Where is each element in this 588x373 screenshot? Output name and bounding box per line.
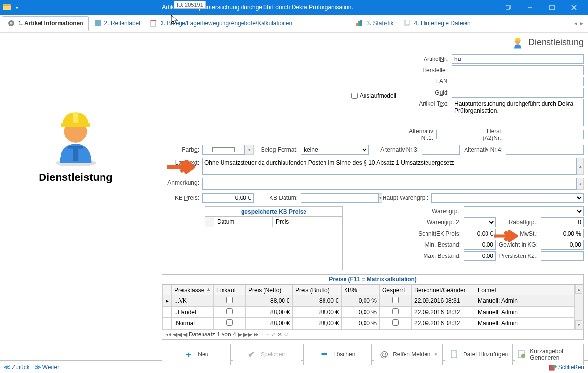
title-bar: ▾ Artikel hu Hauptuntersuchung durchgefü…	[0, 0, 588, 15]
loeschen-button[interactable]: ━Löschen	[303, 344, 372, 365]
alt1-label: Alternativ Nr.1:	[403, 128, 436, 141]
svg-rect-24	[61, 123, 90, 127]
schnittek-label: SchnittEK Preis:	[345, 230, 464, 237]
tab-files[interactable]: 4. Hinterlegte Dateien	[399, 17, 476, 30]
article-image-box[interactable]: Dienstleistung	[0, 33, 151, 254]
svg-rect-11	[96, 21, 98, 22]
herstA2-field[interactable]	[506, 130, 584, 139]
hauptwg-combo[interactable]	[431, 193, 584, 203]
kurzangebot-button[interactable]: Kurzangebot Generieren	[515, 344, 584, 365]
artikelnr-field[interactable]	[452, 54, 584, 64]
kb-col-preis[interactable]: Preis	[273, 217, 342, 227]
ean-field[interactable]	[452, 77, 584, 86]
alt1-field[interactable]	[436, 130, 474, 139]
annotation-arrow-left	[166, 159, 195, 175]
svg-point-9	[10, 22, 13, 25]
table-row[interactable]: .Normal88,00 €88,00 €0,00 %22.09.2016 08…	[163, 318, 575, 329]
svg-rect-14	[151, 20, 156, 21]
artikelnr-label: ArtikelNr.:	[403, 56, 452, 62]
anmerkung-scroll[interactable]: ▴	[577, 178, 584, 190]
auslaufmodell-checkbox[interactable]	[351, 93, 358, 99]
belegformat-label: Beleg Format:	[254, 146, 301, 153]
kbdatum-label: KB Datum:	[254, 195, 301, 201]
rabattgrp-label: Rabattgrp.:	[496, 219, 541, 226]
col-formel[interactable]: Formel	[475, 285, 575, 295]
kbpreis-field[interactable]	[202, 193, 254, 203]
col-berechnet[interactable]: Berechnet/Geändert	[412, 285, 475, 295]
svg-rect-28	[451, 351, 457, 358]
mwst-field[interactable]	[541, 229, 584, 238]
wg-combo[interactable]	[464, 206, 584, 216]
double-chevron-left-icon: ≪	[4, 364, 10, 371]
gewicht-field[interactable]	[541, 240, 584, 250]
tab-tyre-label[interactable]: 2. Reifenlabel	[89, 17, 145, 30]
wg2-combo[interactable]	[464, 217, 496, 227]
svg-rect-3	[506, 6, 509, 10]
gear-icon	[7, 20, 15, 27]
restore-down-aux-button[interactable]	[497, 0, 519, 15]
farbe-dropdown-icon[interactable]: ▾	[245, 145, 254, 155]
chevron-right-icon: ▸	[580, 20, 583, 27]
grid-scroll-up[interactable]: ▴	[575, 285, 582, 294]
maximize-button[interactable]	[541, 0, 563, 15]
hersteller-label: Hersteller:	[403, 67, 452, 74]
minus-icon: ━	[320, 350, 329, 359]
tab-documents[interactable]: 3. Belege/Lagerbewegung/Angebote/Kalkula…	[145, 17, 297, 30]
guid-label: Guid:	[403, 89, 452, 96]
alt4-field[interactable]	[506, 145, 584, 155]
chevron-left-icon: ◂	[574, 20, 577, 27]
col-einkauf[interactable]: Einkauf	[214, 285, 246, 295]
minbest-field[interactable]	[464, 240, 496, 250]
anmerkung-field[interactable]	[202, 178, 577, 190]
belegformat-combo[interactable]: keine	[301, 145, 369, 155]
ean-label: EAN:	[403, 78, 452, 85]
prices-grid[interactable]: Preisklasse ▲ Einkauf Preis (Netto) Prei…	[162, 285, 575, 329]
maxbest-field[interactable]	[464, 251, 496, 261]
kbdatum-field[interactable]	[301, 193, 379, 203]
svg-rect-12	[96, 23, 98, 24]
farbe-swatch[interactable]	[202, 145, 245, 155]
artikeltext-field[interactable]: Hauptuntersuchung durchgeführt durch Dek…	[452, 99, 584, 126]
double-chevron-right-icon: ≫	[35, 364, 41, 371]
annotation-arrow-right	[493, 229, 518, 243]
col-kb[interactable]: KB%	[342, 285, 380, 295]
tab-stats[interactable]: 3. Statistik	[351, 17, 398, 30]
prices-box: Preise (F11 = Matrixkalkulation) Preiskl…	[162, 274, 584, 340]
forward-button[interactable]: ≫Weiter	[35, 364, 59, 371]
svg-rect-5	[550, 5, 554, 10]
table-row[interactable]: ▸...VK88,00 €88,00 €0,00 %22.09.2016 08:…	[163, 295, 575, 307]
speichern-button[interactable]: ✔Speichern	[233, 344, 302, 365]
table-row[interactable]: ..Handel88,00 €88,00 €0,00 %22.09.2016 0…	[163, 307, 575, 318]
grid-scroll-down[interactable]: ▾	[575, 320, 582, 329]
artikeltext-label: Artikel Text:	[403, 99, 452, 107]
kb-col-datum[interactable]: Datum	[214, 217, 273, 227]
neu-button[interactable]: ＋Neu	[162, 344, 231, 365]
datei-hinzufuegen-button[interactable]: Datei Hinzufügen	[445, 344, 513, 365]
tab-article-info[interactable]: 1. Artikel Informationen	[2, 16, 89, 31]
langtext-scroll[interactable]: ▴	[577, 158, 584, 175]
reifen-melden-button[interactable]: @Reifen Melden▾	[374, 344, 443, 365]
col-preis-brutto[interactable]: Preis (Brutto)	[293, 285, 342, 295]
grid-navigator[interactable]: ⏮◀◀◀ Datensatz 1 von 4 ▶▶▶⏭ +−✓✕⟲	[162, 329, 583, 339]
back-button[interactable]: ≪Zurück	[4, 364, 30, 371]
plus-icon: ＋	[184, 350, 194, 359]
col-gesperrt[interactable]: Gesperrt	[380, 285, 412, 295]
minimize-button[interactable]	[519, 0, 541, 15]
file-icon	[449, 350, 459, 359]
worker-icon	[44, 103, 107, 166]
alt3-label: Alternativ Nr.3:	[369, 146, 422, 153]
hersteller-field[interactable]	[452, 65, 584, 75]
anmerkung-label: Anmerkung:	[162, 178, 202, 190]
col-preisklasse[interactable]: Preisklasse ▲	[172, 285, 214, 295]
svg-rect-17	[360, 20, 362, 26]
col-preis-netto[interactable]: Preis (Netto)	[246, 285, 293, 295]
wg2-label: Warengrp. 2:	[345, 219, 464, 226]
rabattgrp-field[interactable]	[541, 217, 584, 227]
langtext-field[interactable]: Ohne Umsatzsteuer da durchlaufenden Post…	[202, 158, 577, 175]
alt3-field[interactable]	[422, 145, 460, 155]
tab-nav[interactable]: ◂▸	[574, 20, 586, 27]
guid-field[interactable]	[452, 88, 584, 98]
schnittek-field[interactable]	[464, 229, 496, 238]
preislisten-field[interactable]	[541, 251, 584, 261]
close-button[interactable]	[563, 0, 585, 15]
